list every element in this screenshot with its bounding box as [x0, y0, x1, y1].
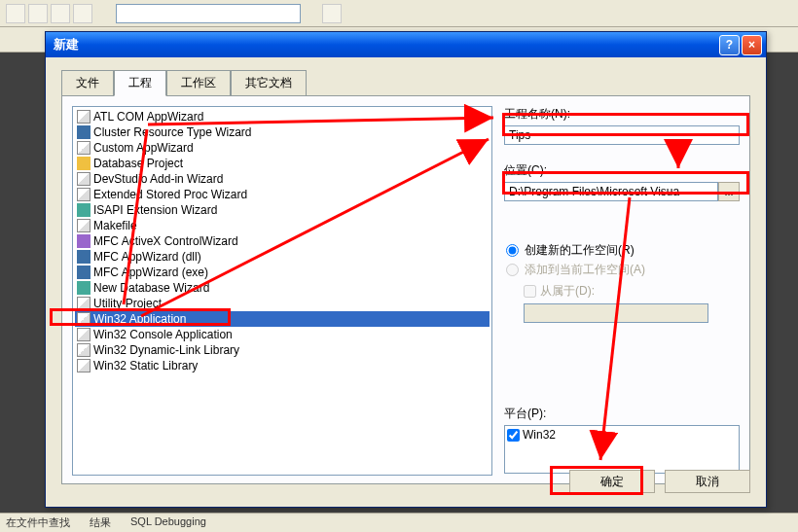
list-item[interactable]: Win32 Console Application — [75, 327, 490, 342]
list-item-label: Win32 Console Application — [93, 328, 233, 341]
list-item[interactable]: MFC ActiveX ControlWizard — [75, 233, 490, 249]
dependency-label: 从属于(D): — [540, 283, 595, 300]
new-dialog: 新建 ? × 文件 工程 工作区 其它文档 ATL COM AppWizardC… — [45, 31, 767, 508]
list-item-label: New Database Wizard — [93, 281, 209, 295]
list-item-label: Makefile — [93, 219, 137, 232]
list-item-label: Win32 Application — [93, 312, 186, 326]
list-item[interactable]: Extended Stored Proc Wizard — [75, 187, 490, 202]
project-type-list[interactable]: ATL COM AppWizardCluster Resource Type W… — [72, 106, 492, 476]
list-item-label: DevStudio Add-in Wizard — [93, 172, 223, 186]
workspace-radio-group: 创建新的工作空间(R) 添加到当前工作空间(A) 从属于(D): — [504, 240, 740, 323]
project-type-icon — [77, 266, 91, 279]
project-type-icon — [77, 359, 91, 372]
project-type-icon — [77, 312, 91, 326]
project-type-icon — [77, 141, 91, 155]
tab-workspaces[interactable]: 工作区 — [166, 70, 231, 96]
project-type-icon — [77, 157, 91, 170]
project-type-icon — [77, 203, 91, 217]
project-name-label: 工程名称(N): — [504, 106, 740, 123]
tab-files[interactable]: 文件 — [61, 70, 114, 96]
tab-strip: 文件 工程 工作区 其它文档 — [46, 57, 766, 95]
list-item[interactable]: ATL COM AppWizard — [75, 109, 490, 124]
location-label: 位置(C): — [504, 162, 740, 179]
list-item-label: MFC ActiveX ControlWizard — [93, 234, 238, 248]
list-item[interactable]: Win32 Application — [75, 311, 490, 327]
help-button[interactable]: ? — [719, 35, 740, 55]
project-type-icon — [77, 250, 91, 264]
cancel-button[interactable]: 取消 — [665, 470, 750, 493]
toolbar-icon[interactable] — [322, 4, 342, 23]
list-item[interactable]: DevStudio Add-in Wizard — [75, 171, 490, 187]
background-status-bar: 在文件中查找 结果 SQL Debugging — [0, 513, 798, 532]
tab-projects[interactable]: 工程 — [114, 70, 166, 96]
create-new-workspace-radio[interactable] — [506, 244, 519, 257]
add-to-workspace-label: 添加到当前工作空间(A) — [525, 262, 645, 278]
project-type-icon — [77, 234, 91, 248]
project-type-icon — [77, 172, 91, 186]
platform-item-win32[interactable]: Win32 — [507, 428, 737, 442]
list-item[interactable]: ISAPI Extension Wizard — [75, 202, 490, 218]
list-item[interactable]: Custom AppWizard — [75, 140, 490, 156]
dialog-buttons: 确定 取消 — [569, 470, 750, 493]
platform-list[interactable]: Win32 — [504, 425, 740, 474]
toolbar-icon[interactable] — [73, 4, 92, 23]
list-item[interactable]: Makefile — [75, 218, 490, 233]
close-button[interactable]: × — [742, 35, 762, 55]
list-item-label: ATL COM AppWizard — [93, 110, 203, 124]
toolbar-icon[interactable] — [28, 4, 48, 23]
project-type-icon — [77, 328, 91, 341]
project-type-icon — [77, 219, 91, 232]
list-item-label: Extended Stored Proc Wizard — [93, 188, 247, 201]
titlebar-text: 新建 — [54, 36, 719, 53]
status-tab-3[interactable]: SQL Debugging — [130, 515, 206, 530]
list-item-label: Win32 Dynamic-Link Library — [93, 343, 239, 357]
list-item-label: Custom AppWizard — [93, 141, 194, 155]
list-item[interactable]: Database Project — [75, 156, 490, 171]
list-item-label: MFC AppWizard (dll) — [93, 250, 201, 264]
project-type-icon — [77, 281, 91, 295]
toolbar-icon[interactable] — [51, 4, 70, 23]
create-new-workspace-label: 创建新的工作空间(R) — [525, 242, 635, 259]
dependency-combo — [524, 303, 708, 323]
list-item[interactable]: New Database Wizard — [75, 280, 490, 296]
list-item-label: ISAPI Extension Wizard — [93, 203, 217, 217]
browse-button[interactable]: ... — [718, 182, 740, 201]
background-toolbar-1 — [0, 0, 798, 27]
list-item[interactable]: Cluster Resource Type Wizard — [75, 124, 490, 140]
project-type-icon — [77, 343, 91, 357]
list-item[interactable]: Win32 Dynamic-Link Library — [75, 342, 490, 358]
right-column: 工程名称(N): 位置(C): ... 创建新的工作空间(R) 添加到当前工作空… — [504, 106, 740, 474]
toolbar-combo[interactable] — [116, 4, 301, 23]
list-item-label: Win32 Static Library — [93, 359, 198, 372]
project-type-icon — [77, 188, 91, 201]
dependency-check-row: 从属于(D): — [524, 283, 740, 300]
list-item-label: Database Project — [93, 157, 183, 170]
project-name-input[interactable] — [504, 125, 740, 145]
project-type-icon — [77, 125, 91, 139]
ok-button[interactable]: 确定 — [569, 470, 655, 493]
titlebar[interactable]: 新建 ? × — [46, 32, 766, 57]
dependency-checkbox — [524, 285, 536, 298]
list-item-label: Utility Project — [93, 297, 162, 310]
toolbar-icon[interactable] — [6, 4, 25, 23]
platform-win32-checkbox[interactable] — [507, 429, 520, 442]
list-item[interactable]: MFC AppWizard (dll) — [75, 249, 490, 265]
list-item-label: Cluster Resource Type Wizard — [93, 125, 252, 139]
content-panel: ATL COM AppWizardCluster Resource Type W… — [61, 95, 750, 484]
platform-label: 平台(P): — [504, 406, 740, 422]
project-type-icon — [77, 297, 91, 310]
list-item[interactable]: MFC AppWizard (exe) — [75, 265, 490, 280]
tab-other[interactable]: 其它文档 — [231, 70, 307, 96]
list-item[interactable]: Win32 Static Library — [75, 358, 490, 373]
status-tab-1[interactable]: 在文件中查找 — [6, 515, 70, 530]
project-type-icon — [77, 110, 91, 124]
list-item-label: MFC AppWizard (exe) — [93, 266, 208, 279]
add-to-workspace-radio — [506, 264, 519, 276]
status-tab-2[interactable]: 结果 — [90, 515, 111, 530]
list-item[interactable]: Utility Project — [75, 296, 490, 311]
location-input[interactable] — [504, 182, 718, 201]
